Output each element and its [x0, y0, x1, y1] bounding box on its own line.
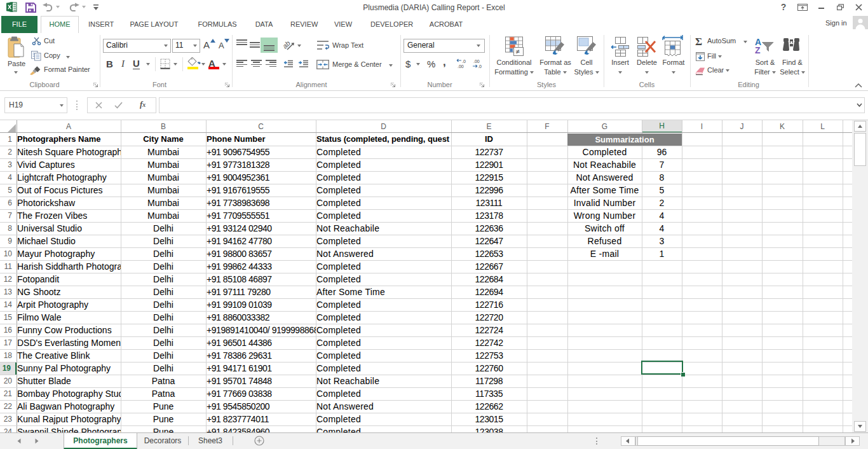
- svg-text:.0: .0: [478, 64, 482, 69]
- svg-text:.00: .00: [473, 59, 480, 64]
- svg-text:Z: Z: [755, 45, 761, 53]
- svg-text:.0: .0: [462, 59, 466, 64]
- svg-text:ab: ab: [283, 39, 292, 50]
- svg-text:.00: .00: [458, 64, 464, 69]
- svg-text:≠: ≠: [516, 48, 520, 55]
